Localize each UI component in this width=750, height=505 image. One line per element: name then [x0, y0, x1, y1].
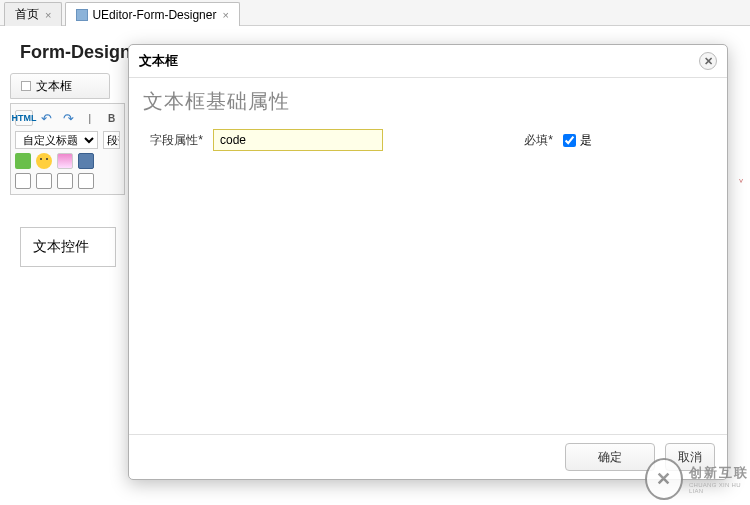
table-icon[interactable]	[36, 173, 52, 189]
close-icon[interactable]: ×	[45, 9, 51, 21]
dialog-section-title: 文本框基础属性	[143, 88, 713, 115]
text-widget-label: 文本控件	[33, 238, 89, 254]
field-attr-input[interactable]	[213, 129, 383, 151]
dialog-titlebar: 文本框 ✕	[129, 45, 727, 78]
ok-button[interactable]: 确定	[565, 443, 655, 471]
dialog-footer: 确定 取消	[129, 434, 727, 479]
tab-home[interactable]: 首页 ×	[4, 2, 62, 26]
form-icon	[76, 9, 88, 21]
dialog-title: 文本框	[139, 52, 178, 70]
table-icon[interactable]	[15, 173, 31, 189]
required-label: 必填*	[513, 132, 553, 149]
textbox-properties-dialog: 文本框 ✕ 文本框基础属性 字段属性* 必填* 是 确定 取消	[128, 44, 728, 480]
table-icon[interactable]	[78, 173, 94, 189]
ruler-mark-icon: ᵛ	[739, 176, 744, 189]
component-textbox[interactable]: 文本框	[10, 73, 110, 99]
watermark-cn: 创新互联	[689, 464, 750, 482]
table-icon[interactable]	[57, 173, 73, 189]
close-icon[interactable]: ×	[222, 9, 228, 21]
form-row: 字段属性* 必填* 是	[143, 129, 713, 151]
video-icon[interactable]	[78, 153, 94, 169]
redo-icon[interactable]: ↷	[60, 109, 77, 127]
dialog-body: 文本框基础属性 字段属性* 必填* 是	[129, 78, 727, 434]
close-icon[interactable]: ✕	[699, 52, 717, 70]
textbox-icon	[21, 81, 31, 91]
tab-strip: 首页 × UEditor-Form-Designer ×	[0, 0, 750, 26]
emoji-icon[interactable]	[36, 153, 52, 169]
required-value-label: 是	[580, 132, 592, 149]
field-attr-label: 字段属性*	[143, 132, 203, 149]
watermark-en: CHUANG XIN HU LIAN	[689, 482, 750, 494]
html-source-button[interactable]: HTML	[15, 110, 33, 126]
paragraph-select[interactable]: 段落	[103, 131, 120, 149]
undo-icon[interactable]: ↶	[38, 109, 55, 127]
bold-button[interactable]: B	[103, 109, 120, 127]
logo-icon: ✕	[645, 458, 683, 500]
tab-home-label: 首页	[15, 6, 39, 23]
separator: |	[82, 109, 99, 127]
tab-ueditor-label: UEditor-Form-Designer	[92, 8, 216, 22]
scrawl-icon[interactable]	[57, 153, 73, 169]
image-icon[interactable]	[15, 153, 31, 169]
component-textbox-label: 文本框	[36, 78, 72, 95]
watermark-text: 创新互联 CHUANG XIN HU LIAN	[689, 464, 750, 494]
required-checkbox-wrapper[interactable]: 是	[563, 132, 592, 149]
editor-toolbar: HTML ↶ ↷ | B 自定义标题 段落	[10, 103, 125, 195]
required-checkbox[interactable]	[563, 134, 576, 147]
tab-ueditor[interactable]: UEditor-Form-Designer ×	[65, 2, 239, 26]
text-widget-box[interactable]: 文本控件	[20, 227, 116, 267]
watermark-logo: ✕ 创新互联 CHUANG XIN HU LIAN	[645, 453, 750, 505]
heading-select[interactable]: 自定义标题	[15, 131, 98, 149]
